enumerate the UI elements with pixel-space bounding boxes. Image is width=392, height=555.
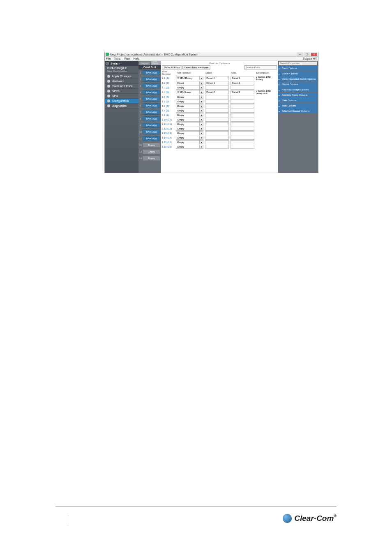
nav-item-diagnostics[interactable]: Diagnostics [105,104,138,109]
port-alias-input[interactable] [231,145,254,149]
port-label-input[interactable] [205,104,229,108]
card-slot[interactable]: 3MVX-A16 [138,83,160,89]
property-section-auxiliary-relay-options[interactable]: Auxiliary Relay Options [278,92,318,97]
nav-item-cards-and-ports[interactable]: Cards and Ports [105,84,138,89]
port-alias-input[interactable] [231,136,254,140]
port-function-select[interactable] [176,127,199,131]
nav-item-apply-changes[interactable]: Apply Changes [105,74,138,79]
port-label-input[interactable] [205,127,229,131]
port-label-input[interactable] [205,145,229,149]
menu-file[interactable]: File [106,57,111,60]
property-section-basic-options[interactable]: Basic Options [278,66,318,71]
card-slot-empty[interactable]: Empty [143,149,160,154]
card-slot[interactable]: 4MVX-A16 [138,90,160,95]
search-properties-input[interactable] [279,61,317,65]
dropdown-icon[interactable]: ▾ [199,76,203,80]
port-function-select[interactable] [176,113,199,117]
port-function-select[interactable] [176,104,199,108]
port-function-select[interactable] [176,131,199,135]
menu-tools[interactable]: Tools [114,57,120,60]
menu-view[interactable]: View [124,57,130,60]
close-button[interactable]: ✕ [311,53,317,56]
dropdown-icon[interactable]: ▾ [199,86,203,90]
port-label-input[interactable] [205,76,229,80]
card-slot[interactable]: 2MVX-A16 [138,76,160,82]
nav-item-hardware[interactable]: Hardware [105,79,138,84]
card-slot-card[interactable]: MVX-A16 [143,97,160,102]
card-slot-empty[interactable]: Empty [143,156,160,161]
dropdown-icon[interactable]: ▾ [199,99,203,104]
dropdown-icon[interactable]: ▾ [199,140,203,144]
card-slot[interactable]: 12Empty [138,142,160,148]
card-slot-card[interactable]: MVX-A16 [143,70,160,75]
property-section-attached-control-options[interactable]: Attached Control Options [278,109,318,113]
col-port-number[interactable]: Port Number [161,70,175,76]
dropdown-icon[interactable]: ▾ [199,95,203,99]
port-function-select[interactable] [176,99,199,104]
port-function-select[interactable] [176,86,199,90]
dropdown-icon[interactable]: ▾ [199,81,203,85]
col-port-function[interactable]: Port Function [175,70,204,76]
maximize-button[interactable]: ▢ [304,53,310,56]
port-label-input[interactable] [205,140,229,144]
card-slot[interactable]: 11MVX-A16 [138,136,160,141]
dropdown-icon[interactable]: ▾ [199,131,203,135]
port-label-input[interactable] [205,109,229,113]
dropdown-icon[interactable]: ▾ [199,104,203,108]
dropdown-icon[interactable]: ▾ [199,113,203,117]
port-function-select[interactable] [176,118,199,122]
port-alias-input[interactable] [231,86,254,90]
nav-item-gpis[interactable]: GPIs [105,94,138,99]
port-alias-input[interactable] [231,109,254,113]
dropdown-icon[interactable]: ▾ [199,90,203,94]
port-label-input[interactable] [205,86,229,90]
dropdown-icon[interactable]: ▾ [199,109,203,113]
search-ports-input[interactable] [244,65,277,69]
dropdown-icon[interactable]: ▾ [199,127,203,131]
port-label-input[interactable] [205,99,229,104]
port-label-input[interactable] [205,118,229,122]
port-function-select[interactable] [176,122,199,126]
port-label-input[interactable] [205,90,229,94]
port-label-input[interactable] [205,95,229,99]
property-section-dtmf-options[interactable]: DTMF Options [278,71,318,76]
card-slot[interactable]: 6MVX-A16 [138,103,160,109]
port-alias-input[interactable] [231,90,254,94]
property-section-fast-key-assign-options[interactable]: Fast Key Assign Options [278,87,318,92]
card-slot[interactable]: 7MVX-A16 [138,109,160,115]
dropdown-icon[interactable]: ▾ [199,136,203,140]
port-alias-input[interactable] [231,140,254,144]
card-slot[interactable]: 5MVX-A16 [138,96,160,102]
port-label-input[interactable] [205,131,229,135]
card-slot-empty[interactable]: Empty [143,143,160,148]
port-alias-input[interactable] [231,104,254,108]
port-alias-input[interactable] [231,113,254,117]
card-slot[interactable]: 9MVX-A16 [138,123,160,128]
card-slot-card[interactable]: MVX-A16 [143,90,160,95]
card-slot[interactable]: 13Empty [138,149,160,155]
card-slot[interactable]: 8MVX-A16 [138,116,160,122]
port-alias-input[interactable] [231,131,254,135]
nav-device-block[interactable]: ORA Omega 2 New Configuration [105,66,138,74]
port-label-input[interactable] [205,113,229,117]
port-function-select[interactable] [176,145,199,149]
port-alias-input[interactable] [231,81,254,85]
card-slot-card[interactable]: MVX-A16 [143,130,160,134]
tab-layout[interactable]: Layout [139,62,150,65]
property-section-voice-operated-switch-options[interactable]: Voice Operated Switch Options [278,76,318,81]
col-label[interactable]: Label [204,70,230,76]
dropdown-icon[interactable]: ▾ [199,122,203,126]
card-slot[interactable]: 10MVX-A16 [138,129,160,135]
menu-help[interactable]: Help [134,57,139,60]
port-function-select[interactable] [176,136,199,140]
card-slot-card[interactable]: MVX-A16 [143,136,160,141]
show-all-ports-button[interactable]: Show All Ports [162,65,182,69]
detect-new-hardware-button[interactable]: Detect New Hardware [182,65,211,69]
port-alias-input[interactable] [231,95,254,99]
port-alias-input[interactable] [231,76,254,80]
card-slot[interactable]: 14Empty [138,155,160,161]
col-alias[interactable]: Alias [230,70,255,76]
port-alias-input[interactable] [231,127,254,131]
port-function-select[interactable] [176,76,199,80]
card-slot[interactable]: 1MVX-A16 [138,70,160,76]
